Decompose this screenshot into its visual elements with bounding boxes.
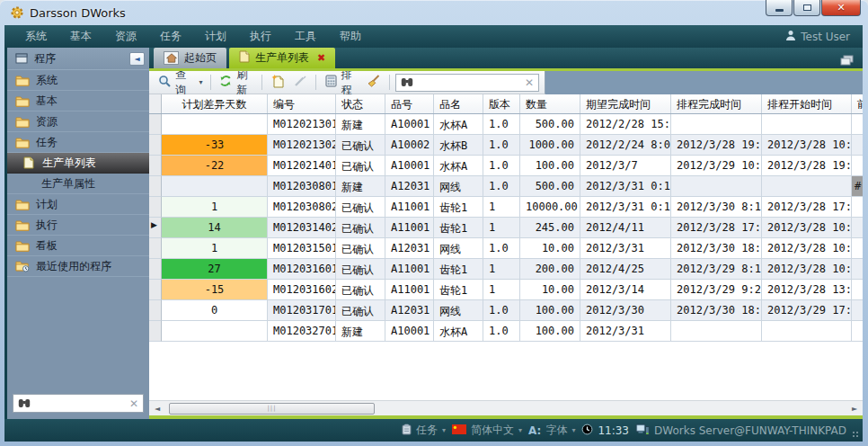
menu-item[interactable]: 执行	[238, 25, 283, 48]
table-cell: 已确认	[336, 259, 385, 280]
window-title: Darsson DWorks	[30, 6, 126, 20]
table-cell: 200.00	[520, 259, 580, 280]
user-name: Test User	[801, 31, 850, 43]
sidebar-item[interactable]: 任务	[7, 132, 149, 153]
menu-item[interactable]: 资源	[103, 25, 148, 48]
table-cell: 2012/3/28 13:40	[762, 280, 852, 300]
sidebar-item[interactable]: 最近使用的程序	[7, 256, 149, 277]
column-header[interactable]: 状态	[336, 94, 385, 113]
table-cell: M012021302	[268, 135, 336, 156]
minimize-button[interactable]	[766, 0, 793, 16]
table-row[interactable]: -33M012021302已确认A10002水杯B1.01000.002012/…	[149, 135, 863, 156]
table-cell: 已确认	[336, 135, 385, 156]
document-icon	[239, 50, 250, 66]
table-cell: 2012/3/29 10:20	[671, 156, 762, 176]
scroll-left-arrow[interactable]: ◄	[149, 405, 165, 413]
scroll-right-arrow[interactable]: ►	[846, 405, 863, 413]
user-icon	[785, 30, 796, 44]
user-info[interactable]: Test User	[785, 30, 854, 44]
menu-items: 系统基本资源任务计划执行工具帮助	[13, 25, 373, 48]
main-panel: 起始页 生产单列表 ✖	[149, 48, 863, 419]
table-row[interactable]: 27M012031601已确认A11001齿轮11200.002012/4/25…	[149, 259, 863, 280]
table-row[interactable]: 0M012031701已确认A12031网线1.0100.002012/3/30…	[149, 300, 863, 321]
table-search-clear-icon[interactable]: ✕	[525, 76, 534, 89]
new-button[interactable]	[268, 73, 288, 93]
sidebar-item[interactable]: 计划	[7, 194, 149, 215]
column-header[interactable]: 排程开始时间	[762, 94, 852, 113]
sidebar-item-label: 生产单列表	[42, 156, 96, 171]
overflow-cell	[852, 300, 863, 321]
plan-diff-cell	[162, 114, 268, 135]
sidebar-item-label: 执行	[36, 218, 58, 233]
windows-stack-icon[interactable]	[840, 52, 854, 69]
sidebar-search-input[interactable]	[35, 397, 125, 411]
tab-close-icon[interactable]: ✖	[317, 52, 325, 64]
clock-display: 11:33	[581, 424, 629, 438]
sidebar-item[interactable]: 资源	[7, 112, 149, 132]
menu-item[interactable]: 基本	[58, 25, 103, 48]
broom-icon	[367, 75, 380, 90]
sidebar-collapse-button[interactable]: ◄	[129, 52, 145, 66]
column-header[interactable]: 数量	[520, 94, 580, 113]
font-selector[interactable]: A: 字体 ▾	[528, 423, 575, 438]
query-dropdown-icon[interactable]: ▾	[197, 78, 204, 86]
table-cell: A10002	[385, 135, 434, 156]
table-row[interactable]: -15M012031602已确认A11001齿轮1110.002012/3/14…	[149, 280, 863, 300]
sidebar-item[interactable]: 生产单列表	[7, 153, 149, 174]
plan-diff-cell: -15	[162, 280, 268, 300]
tab-start-page[interactable]: 起始页	[154, 48, 226, 68]
table-cell	[671, 176, 762, 197]
table-row[interactable]: M012030801新建A12031网线1.0500.002012/3/31 0…	[149, 176, 863, 197]
column-header[interactable]: 排程完成时间	[671, 94, 762, 113]
task-selector[interactable]: 任务 ▾	[402, 423, 446, 438]
table-row[interactable]: 1M012030802已确认A11001齿轮1110000.002012/3/3…	[149, 197, 863, 218]
table-cell: 1	[483, 197, 520, 218]
scrollbar-grip: |||	[267, 406, 276, 412]
table-row[interactable]: M012021301新建A10001水杯A1.0500.002012/2/28 …	[149, 114, 863, 135]
menu-item[interactable]: 计划	[193, 25, 238, 48]
tab-production-order-list[interactable]: 生产单列表 ✖	[229, 48, 335, 68]
language-label: 简体中文	[471, 423, 514, 438]
table-search-input[interactable]	[418, 76, 520, 90]
menu-item[interactable]: 帮助	[328, 25, 373, 48]
resize-grip-icon[interactable]	[852, 431, 860, 439]
table-row[interactable]: ▶14M012031402已确认A11001齿轮11245.002012/4/1…	[149, 218, 863, 238]
scrollbar-thumb[interactable]: |||	[169, 403, 375, 415]
menu-item[interactable]: 工具	[283, 25, 328, 48]
sidebar-item[interactable]: 基本	[7, 91, 149, 112]
document-icon	[22, 156, 36, 169]
table-row[interactable]: 1M012031501已确认A12031网线1.010.002012/3/312…	[149, 238, 863, 259]
plan-diff-cell: 27	[162, 259, 268, 280]
edit-button-disabled[interactable]	[290, 73, 310, 92]
column-header[interactable]: 期望完成时间	[580, 94, 671, 113]
column-header[interactable]: 版本	[483, 94, 520, 113]
menu-item[interactable]: 系统	[13, 25, 58, 48]
table-row[interactable]: M012032701新建A10001水杯A1.0100.002012/3/31	[149, 321, 863, 342]
table-cell: M012031602	[268, 280, 336, 300]
menu-item[interactable]: 任务	[148, 25, 193, 48]
sidebar-item[interactable]: 看板	[7, 236, 149, 256]
column-header[interactable]: 前	[852, 94, 863, 113]
table-cell: 2012/3/28 10:52	[762, 238, 852, 259]
close-button[interactable]: ✕	[821, 0, 861, 16]
sidebar-item[interactable]: 生产单属性	[7, 174, 149, 194]
column-header[interactable]: 计划差异天数	[162, 94, 268, 113]
maximize-button[interactable]	[793, 0, 820, 16]
sidebar-item[interactable]: 系统	[7, 70, 149, 91]
sidebar-item-label: 基本	[36, 94, 58, 109]
horizontal-scrollbar[interactable]: ◄ ||| ►	[149, 400, 863, 415]
table-cell: 1.0	[483, 300, 520, 321]
sidebar-search-clear-icon[interactable]: ✕	[129, 397, 138, 410]
table-cell: 10.00	[520, 280, 580, 300]
column-header[interactable]: 编号	[268, 94, 336, 113]
refresh-icon	[219, 75, 232, 90]
sidebar-item[interactable]: 执行	[7, 215, 149, 236]
column-header[interactable]: 品名	[434, 94, 483, 113]
column-header[interactable]: 品号	[385, 94, 434, 113]
clean-button[interactable]	[363, 73, 384, 92]
table-row[interactable]: -22M012021401已确认A10001水杯A1.0100.002012/3…	[149, 156, 863, 176]
sidebar-item-label: 系统	[36, 73, 58, 88]
language-selector[interactable]: 简体中文 ▾	[452, 423, 522, 438]
row-indicator	[149, 321, 162, 342]
flag-icon	[452, 424, 466, 437]
